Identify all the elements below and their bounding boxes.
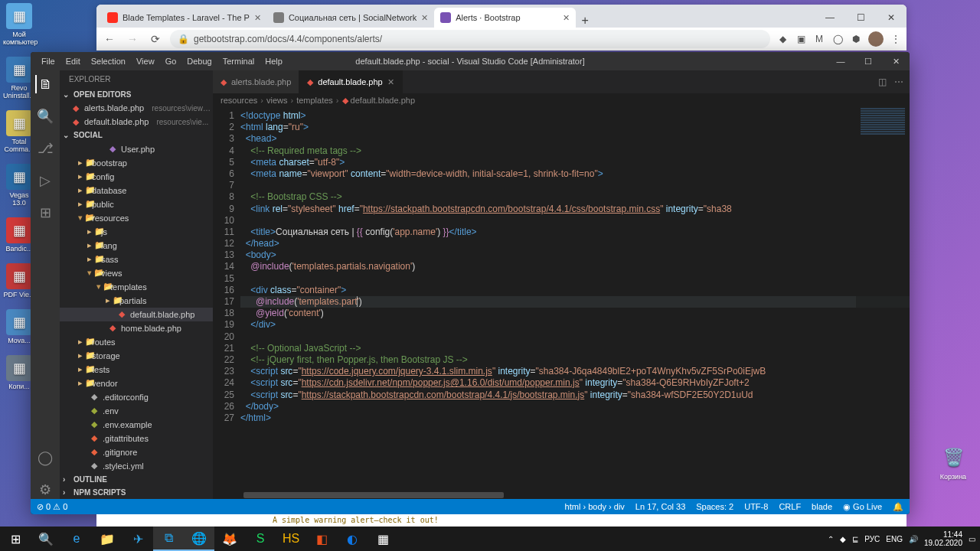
tree-item[interactable]: ◆ .editorconfig	[60, 390, 213, 404]
tree-item[interactable]: ◆ home.blade.php	[60, 321, 213, 335]
tree-item[interactable]: ▸ 📁 bootstrap	[60, 156, 213, 170]
status-problems[interactable]: ⊘ 0 ⚠ 0	[37, 502, 67, 512]
open-editor-item[interactable]: ◆ default.blade.phpresources\vie...	[60, 115, 213, 129]
settings-icon[interactable]: ⚙	[36, 481, 54, 499]
browser-tab[interactable]: Blade Templates - Laravel - The P✕	[101, 8, 267, 28]
status-item[interactable]: Ln 17, Col 33	[635, 502, 685, 512]
extensions-icon[interactable]: ⊞	[36, 204, 54, 222]
menu-item[interactable]: Help	[260, 57, 287, 66]
status-item[interactable]: ◉ Go Live	[843, 502, 882, 512]
close-button[interactable]: ✕	[882, 52, 910, 70]
search-button[interactable]: 🔍	[31, 527, 61, 551]
minimize-button[interactable]: —	[815, 8, 845, 28]
menu-item[interactable]: Selection	[87, 57, 130, 66]
tray-notifications-icon[interactable]: ▭	[969, 535, 975, 543]
breadcrumb-item[interactable]: templates	[296, 96, 333, 105]
system-tray[interactable]: ⌃ ◆ ⊑ РУС ENG 🔊 11:4419.02.2020 ▭	[828, 530, 980, 547]
back-button[interactable]: ←	[101, 31, 118, 47]
code-lines[interactable]: <!doctype html><html lang="ru"> <head> <…	[240, 107, 910, 491]
tree-item[interactable]: ◆ .env	[60, 404, 213, 418]
tree-item[interactable]: ▸ 📁 routes	[60, 335, 213, 349]
avatar[interactable]	[868, 31, 884, 47]
status-item[interactable]: blade	[812, 502, 832, 512]
close-icon[interactable]: ✕	[254, 13, 261, 23]
debug-icon[interactable]: ▷	[36, 171, 54, 190]
tree-item[interactable]: ▸ 📁 vendor	[60, 377, 213, 390]
taskbar-app[interactable]: e	[61, 527, 92, 551]
menu-icon[interactable]: ⋮	[890, 33, 902, 45]
breadcrumb-item[interactable]: ◆ default.blade.php	[342, 96, 415, 106]
source-control-icon[interactable]: ⎇	[36, 139, 54, 158]
ext-icon[interactable]: ◯	[831, 33, 844, 45]
taskbar-app[interactable]: ▦	[368, 527, 398, 551]
tray-lang[interactable]: РУС	[864, 535, 880, 543]
tree-item[interactable]: ▸ 📁 public	[60, 197, 213, 211]
taskbar-app[interactable]: S	[245, 527, 276, 551]
taskbar-app[interactable]: ◧	[306, 527, 337, 551]
tray-kbd[interactable]: ENG	[886, 535, 903, 543]
editor-tab[interactable]: ◆default.blade.php✕	[299, 70, 402, 93]
tray-clock[interactable]: 11:4419.02.2020	[924, 530, 962, 547]
taskbar-chrome[interactable]: 🌐	[184, 527, 214, 551]
editor-tab[interactable]: ◆alerts.blade.php	[213, 70, 299, 93]
ext-icon[interactable]: ⬢	[850, 33, 862, 45]
tree-item[interactable]: ▸ 📁 database	[60, 184, 213, 197]
start-button[interactable]: ⊞	[0, 527, 31, 551]
taskbar-app[interactable]: HS	[276, 527, 306, 551]
minimize-button[interactable]: —	[827, 52, 854, 70]
tray-chevron-icon[interactable]: ⌃	[828, 535, 834, 543]
taskbar-app[interactable]: 📁	[92, 527, 122, 551]
status-item[interactable]: UTF-8	[744, 502, 768, 512]
menu-item[interactable]: Debug	[182, 57, 216, 66]
tray-icon[interactable]: ⊑	[852, 535, 858, 543]
close-icon[interactable]: ✕	[563, 13, 570, 23]
tree-item[interactable]: ◆ User.php	[60, 142, 213, 156]
open-editor-item[interactable]: ◆ alerts.blade.phpresources\views...	[60, 101, 213, 115]
forward-button[interactable]: →	[124, 31, 141, 47]
breadcrumb-item[interactable]: resources	[220, 96, 257, 105]
status-item[interactable]: Spaces: 2	[696, 502, 733, 512]
explorer-icon[interactable]: 🗎	[35, 75, 54, 93]
tree-item[interactable]: ▸ 📁 config	[60, 170, 213, 184]
recycle-bin[interactable]: 🗑️Корзина	[936, 444, 971, 481]
ext-icon[interactable]: ◆	[776, 33, 789, 45]
tree-item[interactable]: ◆ default.blade.php	[60, 308, 213, 321]
taskbar-app[interactable]: ✈	[122, 527, 153, 551]
accounts-icon[interactable]: ◯	[36, 448, 54, 467]
code-editor[interactable]: 1234567891011121314151617181920212223242…	[213, 107, 910, 491]
horizontal-scrollbar[interactable]	[213, 491, 910, 499]
breadcrumb[interactable]: resources›views›templates›◆ default.blad…	[213, 93, 910, 107]
close-icon[interactable]: ✕	[421, 13, 428, 23]
menu-item[interactable]: File	[37, 57, 60, 66]
tree-item[interactable]: ▸ 📁 partials	[60, 294, 213, 308]
menu-item[interactable]: View	[132, 57, 159, 66]
breadcrumb-item[interactable]: views	[266, 96, 288, 105]
browser-tab[interactable]: Alerts · Bootstrap✕	[434, 8, 576, 28]
tree-item[interactable]: ▾ 📂 resources	[60, 211, 213, 225]
new-tab-button[interactable]: +	[576, 14, 594, 28]
taskbar-vscode[interactable]: ⧉	[153, 527, 184, 551]
tray-icon[interactable]: ◆	[840, 535, 846, 543]
status-item[interactable]: html › body › div	[565, 502, 625, 512]
tree-item[interactable]: ▸ 📁 tests	[60, 363, 213, 377]
status-item[interactable]: CRLF	[779, 502, 801, 512]
maximize-button[interactable]: ☐	[845, 8, 876, 28]
more-icon[interactable]: ⋯	[894, 77, 903, 87]
tree-item[interactable]: ▾ 📂 views	[60, 266, 213, 280]
menu-item[interactable]: Terminal	[218, 57, 260, 66]
ext-icon[interactable]: ▣	[795, 33, 807, 45]
open-editors-header[interactable]: ⌄OPEN EDITORS	[60, 88, 213, 101]
close-button[interactable]: ✕	[876, 8, 906, 28]
tree-item[interactable]: ◆ .gitignore	[60, 445, 213, 459]
tree-item[interactable]: ▸ 📁 js	[60, 225, 213, 239]
desktop-icon[interactable]: ▦Мой компьютер	[3, 3, 35, 46]
tree-item[interactable]: ▸ 📁 sass	[60, 253, 213, 266]
tree-item[interactable]: ▸ 📁 storage	[60, 349, 213, 363]
menu-item[interactable]: Go	[161, 57, 181, 66]
tree-item[interactable]: ◆ .gitattributes	[60, 432, 213, 445]
split-editor-icon[interactable]: ◫	[878, 77, 887, 87]
tray-volume-icon[interactable]: 🔊	[909, 535, 918, 543]
status-item[interactable]: 🔔	[893, 502, 903, 512]
minimap[interactable]	[856, 107, 910, 491]
npm-scripts-header[interactable]: ›NPM SCRIPTS	[60, 486, 213, 499]
